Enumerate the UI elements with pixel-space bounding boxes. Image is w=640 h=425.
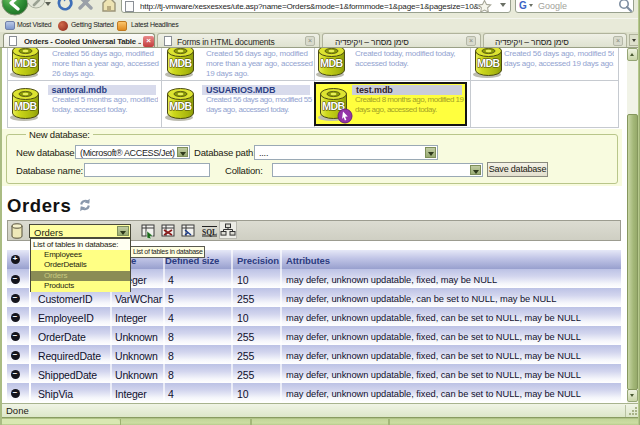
- svg-text:SQL: SQL: [202, 228, 217, 237]
